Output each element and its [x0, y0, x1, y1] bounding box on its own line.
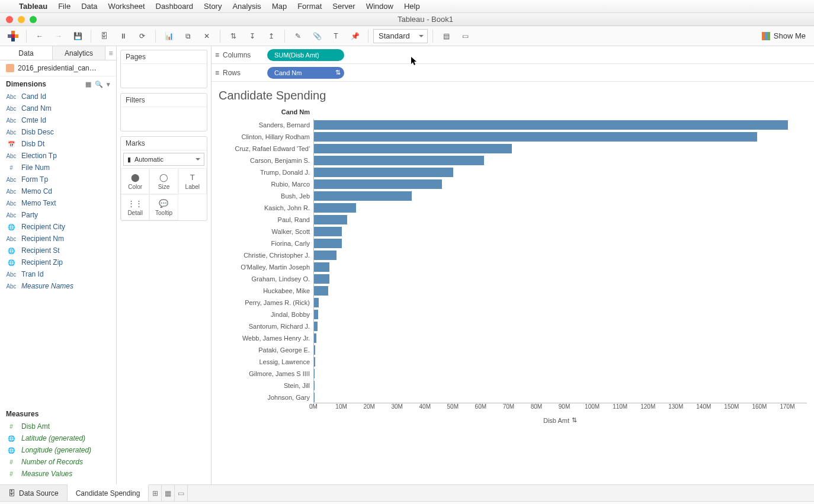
bar[interactable]: [314, 227, 342, 236]
duplicate-button[interactable]: ⧉: [180, 28, 196, 44]
data-menu-icon[interactable]: ▾: [107, 81, 110, 88]
tab-candidate-spending[interactable]: Candidate Spending: [68, 484, 149, 501]
dimension-field[interactable]: 📅Disb Dt: [0, 138, 116, 150]
rows-pill-cand-nm[interactable]: Cand Nm⇅: [267, 67, 344, 79]
swap-button[interactable]: ⇅: [225, 28, 242, 44]
bar[interactable]: [314, 168, 453, 177]
tab-datasource[interactable]: 🗄 Data Source: [0, 485, 68, 501]
bar[interactable]: [314, 310, 318, 319]
dimension-field[interactable]: AbcMemo Cd: [0, 185, 116, 197]
bar[interactable]: [314, 333, 316, 343]
new-datasource-button[interactable]: 🗄: [96, 28, 113, 44]
dimension-field[interactable]: AbcTran Id: [0, 268, 116, 280]
menu-analysis[interactable]: Analysis: [232, 2, 261, 11]
chart-plot-area[interactable]: [313, 119, 807, 403]
measure-field[interactable]: #Number of Records: [0, 456, 116, 468]
dimension-field[interactable]: AbcParty: [0, 209, 116, 221]
new-worksheet-tab[interactable]: ⊞: [149, 485, 162, 501]
show-me-button[interactable]: Show Me: [758, 31, 809, 40]
marks-label[interactable]: TLabel: [178, 168, 207, 194]
group-button[interactable]: 📎: [309, 28, 325, 44]
menu-format[interactable]: Format: [297, 2, 322, 11]
labels-button[interactable]: T: [328, 28, 344, 44]
bar[interactable]: [314, 298, 319, 307]
new-dashboard-tab[interactable]: ▦: [162, 485, 175, 501]
sort-desc-button[interactable]: ↥: [263, 28, 280, 44]
bar[interactable]: [314, 120, 788, 130]
bar[interactable]: [314, 179, 442, 189]
tab-menu-icon[interactable]: ≡: [105, 46, 116, 60]
bar[interactable]: [314, 144, 512, 153]
dimension-field[interactable]: AbcCmte Id: [0, 114, 116, 126]
menu-file[interactable]: File: [58, 2, 70, 11]
bar[interactable]: [314, 239, 342, 248]
dimension-field[interactable]: 🌐Recipient St: [0, 245, 116, 256]
menu-story[interactable]: Story: [204, 2, 222, 11]
presentation-button[interactable]: ▭: [457, 28, 473, 44]
find-field-icon[interactable]: 🔍: [95, 81, 103, 88]
pause-updates-button[interactable]: ⏸: [115, 28, 132, 44]
marks-color[interactable]: ⬤Color: [121, 168, 149, 194]
tab-analytics[interactable]: Analytics: [53, 46, 105, 60]
bar[interactable]: [314, 345, 315, 355]
highlight-button[interactable]: ✎: [290, 28, 306, 44]
zoom-window-button[interactable]: [30, 16, 37, 23]
dimension-field[interactable]: 🌐Recipient Zip: [0, 256, 116, 268]
fit-dropdown[interactable]: Standard: [373, 29, 428, 43]
bar[interactable]: [314, 322, 318, 331]
menu-worksheet[interactable]: Worksheet: [108, 2, 145, 11]
measure-field[interactable]: 🌐Longitude (generated): [0, 444, 116, 456]
rows-shelf[interactable]: ≡Rows Cand Nm⇅: [211, 64, 814, 82]
columns-shelf[interactable]: ≡Columns SUM(Disb Amt): [211, 46, 814, 64]
close-window-button[interactable]: [6, 16, 13, 23]
bar[interactable]: [314, 203, 356, 213]
menu-app[interactable]: Tableau: [19, 2, 47, 11]
new-worksheet-button[interactable]: 📊: [161, 28, 177, 44]
bar[interactable]: [314, 156, 484, 165]
pin-button[interactable]: 📌: [347, 28, 363, 44]
menu-dashboard[interactable]: Dashboard: [156, 2, 194, 11]
bar[interactable]: [314, 286, 328, 296]
dimension-field[interactable]: AbcRecipient Nm: [0, 233, 116, 245]
datasource-item[interactable]: 2016_presidential_can…: [0, 60, 116, 76]
marks-size[interactable]: ◯Size: [149, 168, 178, 194]
tab-data[interactable]: Data: [0, 46, 53, 60]
bar[interactable]: [314, 132, 757, 142]
sheet-title[interactable]: Candidate Spending: [219, 89, 807, 102]
measure-field[interactable]: 🌐Latitude (generated): [0, 432, 116, 444]
bar[interactable]: [314, 274, 329, 284]
cards-button[interactable]: ▤: [438, 28, 454, 44]
dimension-field[interactable]: AbcCand Id: [0, 91, 116, 102]
menu-server[interactable]: Server: [332, 2, 355, 11]
filters-shelf[interactable]: Filters: [120, 93, 207, 131]
new-story-tab[interactable]: ▭: [175, 485, 188, 501]
dimension-field[interactable]: AbcCand Nm: [0, 102, 116, 114]
dimension-field[interactable]: AbcDisb Desc: [0, 126, 116, 138]
bar[interactable]: [314, 357, 315, 367]
sort-asc-button[interactable]: ↧: [244, 28, 261, 44]
pages-shelf[interactable]: Pages: [120, 50, 207, 88]
save-button[interactable]: 💾: [69, 28, 86, 44]
dimension-field[interactable]: AbcForm Tp: [0, 174, 116, 185]
marks-tooltip[interactable]: 💬Tooltip: [149, 194, 178, 220]
minimize-window-button[interactable]: [18, 16, 25, 23]
refresh-button[interactable]: ⟳: [134, 28, 150, 44]
bar[interactable]: [314, 215, 347, 224]
clear-sheet-button[interactable]: ✕: [198, 28, 215, 44]
menu-map[interactable]: Map: [272, 2, 287, 11]
dimension-field[interactable]: #File Num: [0, 162, 116, 174]
menu-window[interactable]: Window: [366, 2, 393, 11]
measure-field[interactable]: #Disb Amt: [0, 420, 116, 432]
menu-data[interactable]: Data: [81, 2, 97, 11]
marks-detail[interactable]: ⋮⋮Detail: [121, 194, 149, 220]
forward-button[interactable]: →: [50, 28, 67, 44]
view-data-icon[interactable]: ▦: [85, 81, 91, 88]
marks-type-dropdown[interactable]: ▮ Automatic: [123, 153, 204, 166]
back-button[interactable]: ←: [31, 28, 48, 44]
dimension-field[interactable]: AbcElection Tp: [0, 150, 116, 162]
columns-pill-sum-disb-amt[interactable]: SUM(Disb Amt): [267, 49, 344, 61]
dimension-field[interactable]: AbcMemo Text: [0, 197, 116, 209]
dimension-field[interactable]: AbcMeasure Names: [0, 280, 116, 292]
dimension-field[interactable]: 🌐Recipient City: [0, 221, 116, 233]
measure-field[interactable]: #Measure Values: [0, 468, 116, 480]
